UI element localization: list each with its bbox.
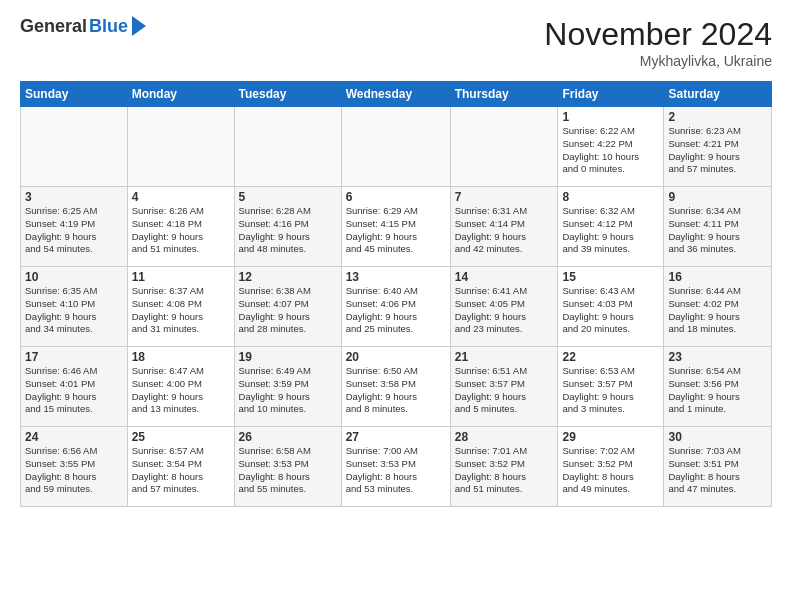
day-info: Sunrise: 6:29 AM Sunset: 4:15 PM Dayligh… bbox=[346, 205, 446, 256]
day-number: 19 bbox=[239, 350, 337, 364]
day-info: Sunrise: 6:47 AM Sunset: 4:00 PM Dayligh… bbox=[132, 365, 230, 416]
calendar-day: 6Sunrise: 6:29 AM Sunset: 4:15 PM Daylig… bbox=[341, 187, 450, 267]
col-sunday: Sunday bbox=[21, 82, 128, 107]
day-number: 4 bbox=[132, 190, 230, 204]
calendar-day: 21Sunrise: 6:51 AM Sunset: 3:57 PM Dayli… bbox=[450, 347, 558, 427]
day-number: 29 bbox=[562, 430, 659, 444]
calendar-day: 19Sunrise: 6:49 AM Sunset: 3:59 PM Dayli… bbox=[234, 347, 341, 427]
day-info: Sunrise: 6:26 AM Sunset: 4:18 PM Dayligh… bbox=[132, 205, 230, 256]
day-info: Sunrise: 7:00 AM Sunset: 3:53 PM Dayligh… bbox=[346, 445, 446, 496]
day-info: Sunrise: 6:38 AM Sunset: 4:07 PM Dayligh… bbox=[239, 285, 337, 336]
calendar-day: 4Sunrise: 6:26 AM Sunset: 4:18 PM Daylig… bbox=[127, 187, 234, 267]
calendar-week-row-0: 1Sunrise: 6:22 AM Sunset: 4:22 PM Daylig… bbox=[21, 107, 772, 187]
day-info: Sunrise: 6:41 AM Sunset: 4:05 PM Dayligh… bbox=[455, 285, 554, 336]
day-info: Sunrise: 6:32 AM Sunset: 4:12 PM Dayligh… bbox=[562, 205, 659, 256]
calendar-day bbox=[234, 107, 341, 187]
day-info: Sunrise: 7:03 AM Sunset: 3:51 PM Dayligh… bbox=[668, 445, 767, 496]
logo-blue: Blue bbox=[89, 16, 128, 37]
calendar-day: 30Sunrise: 7:03 AM Sunset: 3:51 PM Dayli… bbox=[664, 427, 772, 507]
col-thursday: Thursday bbox=[450, 82, 558, 107]
calendar-header-row: Sunday Monday Tuesday Wednesday Thursday… bbox=[21, 82, 772, 107]
day-info: Sunrise: 7:01 AM Sunset: 3:52 PM Dayligh… bbox=[455, 445, 554, 496]
calendar-day bbox=[21, 107, 128, 187]
day-number: 26 bbox=[239, 430, 337, 444]
day-info: Sunrise: 6:31 AM Sunset: 4:14 PM Dayligh… bbox=[455, 205, 554, 256]
month-title: November 2024 bbox=[544, 16, 772, 53]
day-info: Sunrise: 6:46 AM Sunset: 4:01 PM Dayligh… bbox=[25, 365, 123, 416]
day-info: Sunrise: 6:49 AM Sunset: 3:59 PM Dayligh… bbox=[239, 365, 337, 416]
day-info: Sunrise: 6:51 AM Sunset: 3:57 PM Dayligh… bbox=[455, 365, 554, 416]
page-header: General Blue November 2024 Mykhaylivka, … bbox=[20, 16, 772, 69]
calendar-day: 28Sunrise: 7:01 AM Sunset: 3:52 PM Dayli… bbox=[450, 427, 558, 507]
day-info: Sunrise: 7:02 AM Sunset: 3:52 PM Dayligh… bbox=[562, 445, 659, 496]
calendar-day: 16Sunrise: 6:44 AM Sunset: 4:02 PM Dayli… bbox=[664, 267, 772, 347]
day-number: 13 bbox=[346, 270, 446, 284]
calendar-week-row-2: 10Sunrise: 6:35 AM Sunset: 4:10 PM Dayli… bbox=[21, 267, 772, 347]
day-info: Sunrise: 6:40 AM Sunset: 4:06 PM Dayligh… bbox=[346, 285, 446, 336]
calendar-day: 27Sunrise: 7:00 AM Sunset: 3:53 PM Dayli… bbox=[341, 427, 450, 507]
calendar-day: 23Sunrise: 6:54 AM Sunset: 3:56 PM Dayli… bbox=[664, 347, 772, 427]
day-info: Sunrise: 6:34 AM Sunset: 4:11 PM Dayligh… bbox=[668, 205, 767, 256]
col-saturday: Saturday bbox=[664, 82, 772, 107]
day-number: 7 bbox=[455, 190, 554, 204]
calendar-week-row-3: 17Sunrise: 6:46 AM Sunset: 4:01 PM Dayli… bbox=[21, 347, 772, 427]
calendar-day: 22Sunrise: 6:53 AM Sunset: 3:57 PM Dayli… bbox=[558, 347, 664, 427]
day-number: 23 bbox=[668, 350, 767, 364]
logo-general: General bbox=[20, 16, 87, 37]
calendar-week-row-1: 3Sunrise: 6:25 AM Sunset: 4:19 PM Daylig… bbox=[21, 187, 772, 267]
calendar-day: 11Sunrise: 6:37 AM Sunset: 4:08 PM Dayli… bbox=[127, 267, 234, 347]
day-info: Sunrise: 6:54 AM Sunset: 3:56 PM Dayligh… bbox=[668, 365, 767, 416]
col-tuesday: Tuesday bbox=[234, 82, 341, 107]
day-number: 24 bbox=[25, 430, 123, 444]
day-info: Sunrise: 6:57 AM Sunset: 3:54 PM Dayligh… bbox=[132, 445, 230, 496]
day-info: Sunrise: 6:25 AM Sunset: 4:19 PM Dayligh… bbox=[25, 205, 123, 256]
day-number: 30 bbox=[668, 430, 767, 444]
location: Mykhaylivka, Ukraine bbox=[544, 53, 772, 69]
calendar-day: 7Sunrise: 6:31 AM Sunset: 4:14 PM Daylig… bbox=[450, 187, 558, 267]
day-info: Sunrise: 6:28 AM Sunset: 4:16 PM Dayligh… bbox=[239, 205, 337, 256]
day-info: Sunrise: 6:58 AM Sunset: 3:53 PM Dayligh… bbox=[239, 445, 337, 496]
day-number: 14 bbox=[455, 270, 554, 284]
calendar-day bbox=[127, 107, 234, 187]
calendar-day: 13Sunrise: 6:40 AM Sunset: 4:06 PM Dayli… bbox=[341, 267, 450, 347]
calendar-week-row-4: 24Sunrise: 6:56 AM Sunset: 3:55 PM Dayli… bbox=[21, 427, 772, 507]
day-number: 3 bbox=[25, 190, 123, 204]
day-info: Sunrise: 6:37 AM Sunset: 4:08 PM Dayligh… bbox=[132, 285, 230, 336]
day-info: Sunrise: 6:23 AM Sunset: 4:21 PM Dayligh… bbox=[668, 125, 767, 176]
day-number: 21 bbox=[455, 350, 554, 364]
day-info: Sunrise: 6:35 AM Sunset: 4:10 PM Dayligh… bbox=[25, 285, 123, 336]
calendar-day: 2Sunrise: 6:23 AM Sunset: 4:21 PM Daylig… bbox=[664, 107, 772, 187]
day-number: 8 bbox=[562, 190, 659, 204]
day-number: 11 bbox=[132, 270, 230, 284]
day-number: 28 bbox=[455, 430, 554, 444]
calendar-day: 3Sunrise: 6:25 AM Sunset: 4:19 PM Daylig… bbox=[21, 187, 128, 267]
day-number: 16 bbox=[668, 270, 767, 284]
calendar-day: 14Sunrise: 6:41 AM Sunset: 4:05 PM Dayli… bbox=[450, 267, 558, 347]
day-number: 17 bbox=[25, 350, 123, 364]
calendar-day: 24Sunrise: 6:56 AM Sunset: 3:55 PM Dayli… bbox=[21, 427, 128, 507]
calendar-day: 20Sunrise: 6:50 AM Sunset: 3:58 PM Dayli… bbox=[341, 347, 450, 427]
day-number: 27 bbox=[346, 430, 446, 444]
title-block: November 2024 Mykhaylivka, Ukraine bbox=[544, 16, 772, 69]
day-number: 20 bbox=[346, 350, 446, 364]
logo: General Blue bbox=[20, 16, 146, 37]
day-number: 9 bbox=[668, 190, 767, 204]
calendar-day: 15Sunrise: 6:43 AM Sunset: 4:03 PM Dayli… bbox=[558, 267, 664, 347]
day-number: 6 bbox=[346, 190, 446, 204]
calendar-day bbox=[341, 107, 450, 187]
day-info: Sunrise: 6:53 AM Sunset: 3:57 PM Dayligh… bbox=[562, 365, 659, 416]
col-friday: Friday bbox=[558, 82, 664, 107]
day-number: 15 bbox=[562, 270, 659, 284]
logo-arrow-icon bbox=[132, 16, 146, 36]
calendar-day: 18Sunrise: 6:47 AM Sunset: 4:00 PM Dayli… bbox=[127, 347, 234, 427]
day-number: 12 bbox=[239, 270, 337, 284]
col-wednesday: Wednesday bbox=[341, 82, 450, 107]
day-number: 22 bbox=[562, 350, 659, 364]
calendar-day: 5Sunrise: 6:28 AM Sunset: 4:16 PM Daylig… bbox=[234, 187, 341, 267]
col-monday: Monday bbox=[127, 82, 234, 107]
day-number: 25 bbox=[132, 430, 230, 444]
day-number: 1 bbox=[562, 110, 659, 124]
calendar-day: 9Sunrise: 6:34 AM Sunset: 4:11 PM Daylig… bbox=[664, 187, 772, 267]
day-number: 18 bbox=[132, 350, 230, 364]
day-info: Sunrise: 6:22 AM Sunset: 4:22 PM Dayligh… bbox=[562, 125, 659, 176]
